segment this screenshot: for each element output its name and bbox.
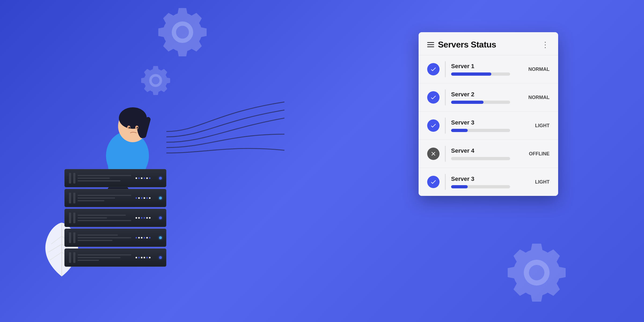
server-stack: [64, 169, 166, 268]
panel-header: Servers Status ⋮: [419, 32, 558, 55]
server-name-4: Server 4: [451, 147, 523, 154]
gear-top-icon: [156, 5, 209, 60]
divider-5: [445, 174, 446, 190]
check-icon: [430, 179, 437, 185]
server-name-5: Server 3: [451, 175, 523, 182]
servers-status-panel: Servers Status ⋮ Server 1 NORMAL: [419, 32, 558, 196]
menu-icon: [427, 42, 434, 47]
progress-bar-fill-1: [451, 72, 491, 76]
divider-3: [445, 118, 446, 134]
check-icon: [430, 122, 437, 129]
server-status-label-5: LIGHT: [528, 179, 550, 185]
panel-title: Servers Status: [438, 40, 496, 50]
server-status-label-4: OFFLINE: [528, 151, 550, 157]
server-row-3: Server 3 LIGHT: [419, 112, 558, 140]
progress-bar-fill-3: [451, 129, 468, 132]
status-icon-3: [427, 119, 440, 132]
progress-bar-bg-3: [451, 129, 510, 132]
server-info-4: Server 4: [451, 147, 523, 160]
progress-bar-bg-2: [451, 101, 510, 104]
server-unit-1: [64, 169, 166, 187]
server-unit-5: [64, 248, 166, 267]
server-name-3: Server 3: [451, 119, 523, 126]
server-info-1: Server 1: [451, 63, 523, 76]
progress-bar-bg-5: [451, 185, 510, 188]
server-row-2: Server 2 NORMAL: [419, 83, 558, 112]
server-name-1: Server 1: [451, 63, 523, 70]
gear-bottom-right-icon: [504, 240, 569, 306]
status-icon-1: [427, 63, 440, 75]
status-icon-5: [427, 176, 440, 188]
check-icon: [430, 66, 437, 72]
gear-small-icon: [140, 64, 172, 98]
server-info-2: Server 2: [451, 91, 523, 104]
server-row-1: Server 1 NORMAL: [419, 55, 558, 83]
check-icon: [430, 94, 437, 101]
progress-bar-fill-5: [451, 185, 468, 188]
server-unit-3: [64, 209, 166, 227]
status-icon-4: [427, 148, 440, 160]
server-unit-2: [64, 189, 166, 207]
server-name-2: Server 2: [451, 91, 523, 98]
svg-point-8: [137, 127, 138, 129]
progress-bar-bg-1: [451, 72, 510, 76]
svg-point-7: [129, 127, 130, 129]
server-status-label-1: NORMAL: [528, 67, 550, 72]
status-icon-2: [427, 91, 440, 104]
more-options-button[interactable]: ⋮: [541, 40, 550, 49]
server-status-label-3: LIGHT: [528, 123, 550, 129]
divider-1: [445, 61, 446, 77]
server-row-4: Server 4 OFFLINE: [419, 140, 558, 168]
panel-title-group: Servers Status: [427, 40, 496, 50]
server-list: Server 1 NORMAL Server 2 NORMAL: [419, 55, 558, 196]
divider-4: [445, 146, 446, 162]
x-icon: [430, 151, 437, 157]
progress-bar-bg-4: [451, 157, 510, 160]
server-info-5: Server 3: [451, 175, 523, 188]
server-info-3: Server 3: [451, 119, 523, 132]
divider-2: [445, 89, 446, 105]
server-status-label-2: NORMAL: [528, 95, 550, 100]
server-unit-4: [64, 229, 166, 247]
server-row-5: Server 3 LIGHT: [419, 168, 558, 196]
progress-bar-fill-2: [451, 101, 484, 104]
